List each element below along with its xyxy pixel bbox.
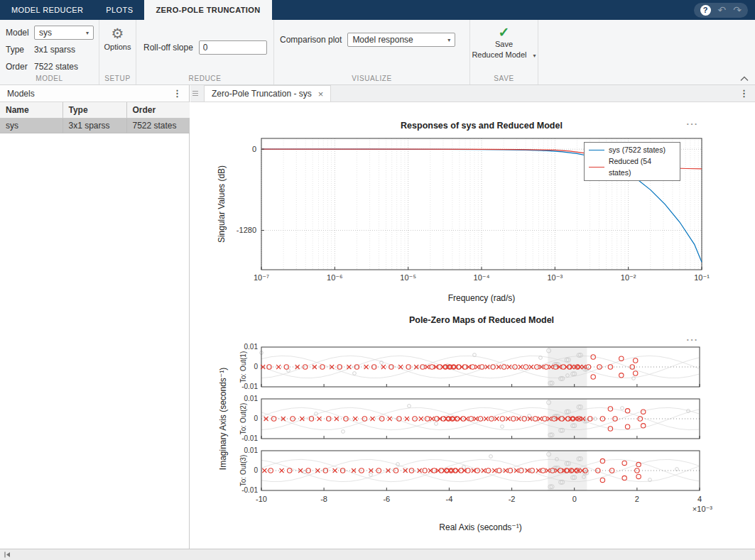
undo-icon[interactable]: ↶: [718, 5, 727, 15]
comparison-plot-label: Comparison plot: [280, 35, 342, 45]
x-tick-label: 0: [572, 495, 577, 503]
legend-entry-label: Reduced (54 states): [609, 156, 675, 179]
legend-line-sample: [589, 167, 604, 168]
model-dropdown-value: sys: [39, 28, 52, 38]
y-tick-label: -1280: [237, 226, 256, 234]
ribbon-section-model: Model sys ▾ Type 3x1 sparss Order 7522 s…: [0, 20, 99, 84]
help-icon[interactable]: ?: [700, 5, 711, 16]
document-tab-title: Zero-Pole Truncation - sys: [212, 89, 312, 99]
model-reducer-app: MODEL REDUCER PLOTS ZERO-POLE TRUNCATION…: [0, 0, 755, 560]
x-tick-label: 4: [697, 495, 702, 503]
document-tab-bar: Zero-Pole Truncation - sys × ⋮: [190, 85, 755, 102]
options-button[interactable]: ⚙ Options: [102, 26, 134, 51]
x-tick-label: -4: [446, 495, 453, 503]
column-header-type: Type: [63, 102, 126, 119]
y-tick-label: -0.01: [241, 383, 258, 390]
ribbon-section-save: ✓ Save Reduced Model ▾ SAVE: [470, 20, 538, 84]
x-tick-label: 10⁻⁶: [327, 273, 343, 282]
models-panel: Models ⋮ Name Type Order sys3x1 sparss75…: [0, 85, 190, 549]
tab-model-reducer[interactable]: MODEL REDUCER: [0, 0, 94, 20]
section-label-visualize: VISUALIZE: [274, 75, 469, 82]
y-tick-label: -0.01: [241, 486, 258, 494]
options-button-label: Options: [104, 43, 131, 51]
gear-icon: ⚙: [112, 26, 124, 40]
chart-options-button[interactable]: ...: [680, 116, 705, 127]
x-tick-label: 10⁻⁴: [474, 273, 490, 282]
rolloff-label: Roll-off slope: [143, 43, 193, 53]
y-axis-label: Imaginary Axis (seconds⁻¹): [218, 368, 228, 470]
plot-legend[interactable]: sys (7522 states) Reduced (54 states): [584, 142, 680, 181]
status-bar: [0, 549, 755, 560]
close-icon[interactable]: ×: [318, 89, 324, 99]
header-actions: ? ↶ ↷: [694, 0, 755, 20]
column-header-name: Name: [0, 102, 63, 119]
x-tick-label: -2: [509, 495, 516, 503]
chevron-down-icon: ▾: [533, 53, 536, 59]
tab-plots[interactable]: PLOTS: [94, 0, 144, 20]
ribbon-section-reduce: Roll-off slope REDUCE: [136, 20, 274, 84]
legend-line-sample: [589, 150, 604, 150]
collapse-panel-icon[interactable]: [3, 551, 11, 559]
rolloff-input[interactable]: [199, 40, 267, 55]
order-value: 7522 states: [34, 62, 78, 72]
model-dropdown[interactable]: sys ▾: [34, 26, 94, 40]
chevron-down-icon: ▾: [86, 30, 89, 36]
section-label-save: SAVE: [470, 75, 538, 82]
table-cell: sys: [0, 119, 63, 133]
y-tick-label: 0: [252, 145, 256, 153]
x-tick-label: 10⁻³: [547, 273, 563, 282]
models-table-body: sys3x1 sparss7522 states: [0, 119, 190, 133]
charts-area: Responses of sys and Reduced Model ... 1…: [190, 102, 755, 549]
zero-markers: [271, 407, 646, 431]
type-value: 3x1 sparss: [34, 45, 75, 55]
y-tick-label: 0: [254, 414, 258, 422]
document-area: Zero-Pole Truncation - sys × ⋮ Responses…: [190, 85, 755, 549]
y-tick-label: 0: [254, 363, 258, 370]
panel-menu-icon[interactable]: ⋮: [173, 88, 182, 99]
y-axis-label: Singular Values (dB): [217, 165, 227, 243]
collapse-ribbon-icon[interactable]: [740, 76, 749, 82]
x-tick-label: 10⁻⁵: [400, 273, 416, 282]
table-cell: 3x1 sparss: [63, 119, 126, 133]
subplot-ylabel: To: Out(2): [239, 403, 247, 434]
ribbon: Model sys ▾ Type 3x1 sparss Order 7522 s…: [0, 20, 755, 85]
x-tick-label: -10: [256, 495, 267, 503]
legend-entry-sys: sys (7522 states): [589, 145, 675, 156]
y-tick-label: 0.01: [244, 395, 259, 402]
x-axis-label: Frequency (rad/s): [448, 293, 516, 303]
document-tab[interactable]: Zero-Pole Truncation - sys ×: [204, 85, 331, 101]
models-table: Name Type Order sys3x1 sparss7522 states: [0, 102, 190, 133]
save-button-line1: Save: [495, 39, 513, 50]
x-multiplier-label: ×10⁻³: [692, 505, 712, 513]
x-tick-label: -8: [320, 495, 327, 503]
column-header-order: Order: [126, 102, 190, 119]
table-row[interactable]: sys3x1 sparss7522 states: [0, 119, 190, 133]
save-reduced-model-button[interactable]: ✓ Save Reduced Model ▾: [470, 26, 538, 60]
pole-zero-chart-title: Pole-Zero Maps of Reduced Model: [261, 315, 702, 325]
x-axis-label: Real Axis (seconds⁻¹): [439, 522, 521, 532]
tab-zero-pole-truncation[interactable]: ZERO-POLE TRUNCATION: [144, 0, 271, 20]
redo-icon[interactable]: ↷: [733, 5, 742, 15]
comparison-plot-dropdown[interactable]: Model response ▾: [347, 33, 455, 47]
subplot-ylabel: To: Out(1): [239, 351, 247, 383]
quick-access-toolbar: ? ↶ ↷: [694, 3, 748, 18]
section-label-reduce: REDUCE: [136, 75, 273, 82]
table-cell: 7522 states: [126, 119, 190, 133]
model-label: Model: [6, 28, 34, 38]
x-tick-label: 10⁻¹: [694, 273, 710, 282]
y-tick-label: 0.01: [244, 446, 259, 454]
ribbon-section-visualize: Comparison plot Model response ▾ VISUALI…: [274, 20, 470, 84]
legend-entry-reduced: Reduced (54 states): [589, 156, 675, 179]
toolstrip-tab-bar: MODEL REDUCER PLOTS ZERO-POLE TRUNCATION…: [0, 0, 755, 20]
tabbar-menu-icon[interactable]: ⋮: [733, 85, 755, 101]
y-tick-label: -0.01: [241, 434, 258, 442]
comparison-plot-value: Model response: [352, 35, 413, 45]
ribbon-section-setup: ⚙ Options SETUP: [99, 20, 136, 84]
y-tick-label: 0.01: [244, 343, 259, 351]
pz-subplot-3: 0.010-0.01To: Out(3): [239, 446, 700, 494]
pz-subplot-1: 0.010-0.01To: Out(1): [239, 343, 700, 390]
drag-handle-icon[interactable]: [192, 85, 198, 101]
save-button-line2: Reduced Model ▾: [472, 50, 536, 60]
models-panel-header: Models ⋮: [0, 85, 189, 102]
y-tick-label: 0: [254, 466, 258, 474]
